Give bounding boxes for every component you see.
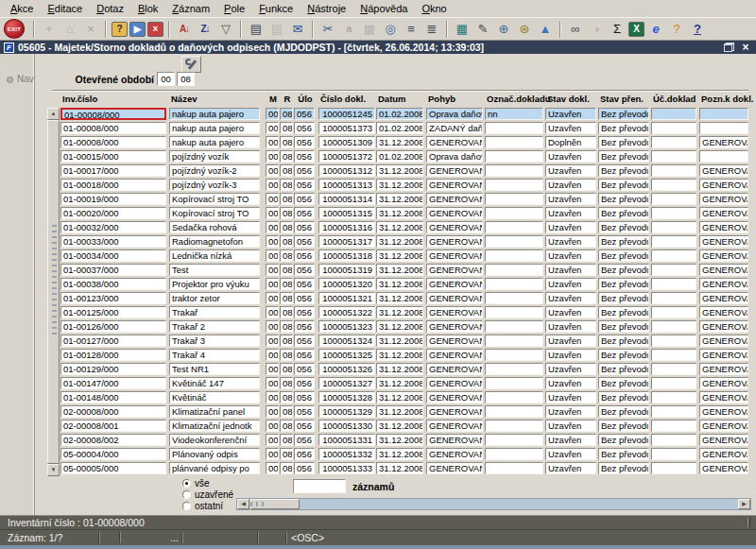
cell-cislo_dokl[interactable]: 1000051314 [318, 193, 375, 205]
cell-ulo[interactable]: 056 [294, 462, 315, 474]
cell-uc_doklad[interactable] [651, 136, 696, 148]
close-window-button[interactable]: × [739, 42, 752, 53]
cell-pohyb[interactable]: GENEROVANÝ da [426, 391, 483, 403]
cell-oznac_dokladu[interactable] [485, 193, 543, 205]
cell-oznac_dokladu[interactable] [485, 391, 543, 403]
cell-cislo_dokl[interactable]: 1000051332 [318, 448, 375, 460]
cell-uc_doklad[interactable] [651, 150, 696, 163]
cell-nazev[interactable]: nakup auta pajero [169, 108, 260, 120]
menu-item-dotaz[interactable]: Dotaz [91, 1, 129, 16]
cell-r[interactable]: 08 [280, 434, 293, 446]
cell-ulo[interactable]: 056 [294, 320, 315, 333]
cell-inv_cislo-focused[interactable]: 01-00008/000 [60, 108, 166, 120]
cell-ulo[interactable]: 056 [294, 420, 315, 432]
cell-uc_doklad[interactable] [651, 448, 696, 460]
cell-stav_pren[interactable]: Bez převodu d [598, 335, 649, 347]
cell-uc_doklad[interactable] [651, 108, 696, 120]
cell-pozn_k_dokl[interactable]: GENEROVANÝ [699, 292, 748, 304]
radio-icon-uzavrene[interactable] [182, 490, 191, 499]
cell-stav_dokl[interactable]: Uzavřen [545, 405, 596, 418]
cell-pohyb[interactable]: GENEROVANÝ da [426, 377, 483, 389]
cell-stav_dokl[interactable]: Uzavřen [545, 179, 596, 191]
cell-ulo[interactable]: 056 [294, 349, 315, 361]
restore-window-button[interactable] [722, 42, 735, 53]
cell-pozn_k_dokl[interactable]: GENEROVANÝ [699, 349, 748, 361]
cell-inv_cislo[interactable]: 01-00147/000 [60, 377, 166, 389]
scroll-left-button[interactable]: ◀ [237, 499, 249, 509]
settings-wrench-button[interactable] [181, 56, 201, 73]
record-scrollbar[interactable]: ▲ ▼ [47, 108, 60, 476]
cell-inv_cislo[interactable]: 01-00127/000 [60, 335, 166, 347]
cell-uc_doklad[interactable] [651, 335, 696, 347]
cell-stav_dokl[interactable]: Uzavřen [545, 122, 596, 134]
cell-oznac_dokladu[interactable] [485, 420, 543, 432]
cell-oznac_dokladu[interactable] [485, 235, 543, 248]
find-icon[interactable]: ◎ [381, 20, 400, 38]
cell-uc_doklad[interactable] [651, 391, 696, 403]
cell-inv_cislo[interactable]: 01-00037/000 [60, 264, 166, 276]
cell-uc_doklad[interactable] [651, 349, 696, 361]
cell-inv_cislo[interactable]: 01-00148/000 [60, 391, 166, 403]
exit-button[interactable]: EXIT [4, 19, 25, 39]
menu-item-zaznam[interactable]: Záznam [166, 1, 215, 16]
cell-stav_dokl[interactable]: Uzavřen [545, 335, 596, 347]
cell-m[interactable]: 00 [266, 235, 279, 248]
cell-pohyb[interactable]: GENEROVANÝ da [426, 179, 483, 191]
cell-stav_pren[interactable]: Bez převodu d [598, 320, 649, 333]
list-icon[interactable]: ≡ [402, 20, 421, 38]
cell-m[interactable]: 00 [266, 320, 279, 333]
cell-datum[interactable]: 31.12.2008 [376, 164, 423, 177]
cell-ulo[interactable]: 056 [294, 264, 315, 276]
cell-nazev[interactable]: Trakař [169, 306, 260, 318]
cell-pozn_k_dokl[interactable]: GENEROVANÝ [699, 335, 748, 347]
cell-pohyb[interactable]: GENEROVANÝ da [426, 136, 483, 148]
cell-stav_dokl[interactable]: Uzavřen [545, 164, 596, 177]
cell-pohyb[interactable]: GENEROVANÝ da [426, 349, 483, 361]
cell-uc_doklad[interactable] [651, 420, 696, 432]
cell-stav_dokl[interactable]: Uzavřen [545, 235, 596, 248]
cell-nazev[interactable]: traktor zetor [169, 292, 260, 304]
cell-r[interactable]: 08 [280, 264, 293, 276]
cell-oznac_dokladu[interactable] [485, 320, 543, 333]
cell-oznac_dokladu[interactable] [485, 448, 543, 460]
cell-cislo_dokl[interactable]: 1000051309 [318, 136, 375, 148]
cell-stav_pren[interactable]: Bez převodu d [598, 122, 649, 134]
radio-option-ostatni[interactable]: ostatní [182, 501, 233, 511]
cell-pohyb[interactable]: Oprava daňových [426, 108, 483, 120]
cell-inv_cislo[interactable]: 05-00004/000 [60, 448, 166, 460]
cell-pohyb[interactable]: GENEROVANÝ da [426, 306, 483, 318]
cell-r[interactable]: 08 [280, 306, 293, 318]
cell-r[interactable]: 08 [280, 122, 293, 134]
cell-m[interactable]: 00 [266, 179, 279, 191]
cell-stav_dokl[interactable]: Uzavřen [545, 448, 596, 460]
cell-inv_cislo[interactable]: 01-00008/000 [60, 122, 166, 134]
cell-cislo_dokl[interactable]: 1000051323 [318, 320, 375, 333]
cell-inv_cislo[interactable]: 02-00008/000 [60, 405, 166, 418]
cell-pozn_k_dokl[interactable]: GENEROVANÝ [699, 363, 748, 375]
cell-stav_pren[interactable]: Bez převodu d [598, 235, 649, 248]
execute-query-icon[interactable]: ▶ [129, 22, 146, 37]
cell-pozn_k_dokl[interactable]: GENEROVANÝ [699, 164, 748, 177]
cell-m[interactable]: 00 [266, 349, 279, 361]
cell-r[interactable]: 08 [280, 462, 293, 474]
cell-cislo_dokl[interactable]: 1000051327 [318, 377, 375, 389]
calendar-check-icon[interactable]: ▦ [453, 20, 472, 38]
cell-m[interactable]: 00 [266, 122, 279, 134]
cell-pohyb[interactable]: GENEROVANÝ da [426, 221, 483, 233]
browser-icon[interactable]: e [646, 20, 665, 38]
enter-query-icon[interactable]: ? [112, 22, 128, 37]
cell-cislo_dokl[interactable]: 1000051326 [318, 363, 375, 375]
cell-r[interactable]: 08 [280, 108, 293, 120]
cell-nazev[interactable]: Plánovaný odpis [169, 448, 260, 460]
cell-nazev[interactable]: Trakař 2 [169, 320, 260, 333]
nav-panel[interactable]: Nav [0, 54, 35, 515]
cell-pohyb[interactable]: GENEROVANÝ da [426, 193, 483, 205]
cell-inv_cislo[interactable]: 01-00019/000 [60, 193, 166, 205]
cell-ulo[interactable]: 056 [294, 249, 315, 262]
sort-ascending-icon[interactable]: A↓ [175, 20, 194, 38]
cell-datum[interactable]: 31.12.2008 [376, 363, 423, 375]
cell-ulo[interactable]: 056 [294, 405, 315, 418]
cell-stav_dokl[interactable]: Uzavřen [545, 462, 596, 474]
cell-oznac_dokladu[interactable] [485, 349, 543, 361]
cell-r[interactable]: 08 [280, 179, 293, 191]
